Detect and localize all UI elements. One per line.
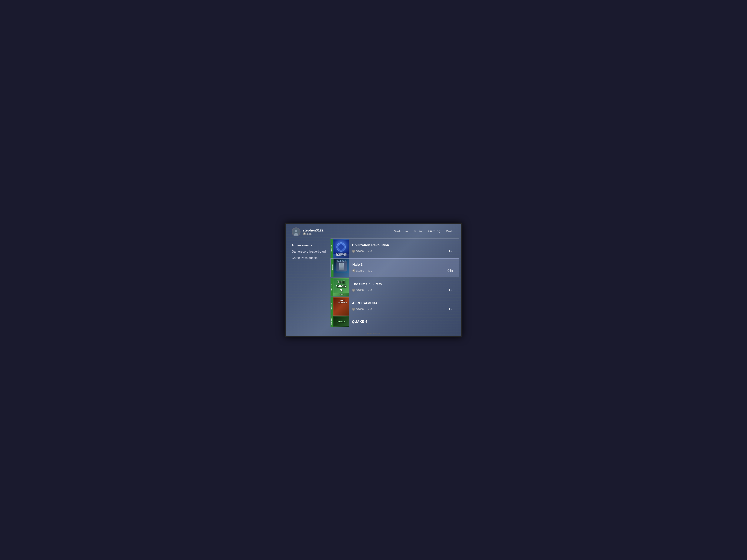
gs-value-afro: 0/1000 xyxy=(356,308,364,311)
username: stephen3122 xyxy=(303,229,324,233)
completion-halo: 0% xyxy=(447,268,456,273)
xbox360-label-sims: XBOX360 xyxy=(331,278,333,296)
xbox360-text-civ: XBOX360 xyxy=(331,245,333,252)
gs-icon-halo: G xyxy=(352,269,355,272)
xbox360-label-halo: XBOX360 xyxy=(331,259,334,277)
tab-gaming[interactable]: Gaming xyxy=(428,230,441,234)
game-stats-halo3: G 0/1750 ⚔ 0 0% xyxy=(352,268,456,273)
game-info-halo3: Halo 3 G 0/1750 ⚔ 0 0% xyxy=(350,259,459,277)
game-cover-civ-rev: XBOX360 CIVILIZATIONREVOLUTION xyxy=(331,239,349,258)
ach-value-halo: 0 xyxy=(371,269,372,272)
ach-stat-sims: ⚔ 0 xyxy=(367,289,372,292)
game-title-afro: AFRO SAMURAI xyxy=(352,301,456,305)
ach-stat-civ: ⚔ 0 xyxy=(367,250,372,253)
completion-afro: 0% xyxy=(448,307,456,311)
cover-title-sims: PETS xyxy=(334,294,349,295)
gamerscore-value: 3280 xyxy=(306,233,312,235)
gs-value-halo: 0/1750 xyxy=(356,269,364,272)
gamerscore-row: G 3280 xyxy=(303,233,324,235)
game-info-civ-rev: Civilization Revolution G 0/1000 ⚔ 0 xyxy=(349,239,459,258)
tab-watch[interactable]: Watch xyxy=(446,230,455,234)
tab-social[interactable]: Social xyxy=(413,230,422,234)
xbox360-label-afro: XBOX360 xyxy=(331,297,333,316)
gs-icon-civ: G xyxy=(352,250,355,253)
gs-stat-civ: G 0/1000 xyxy=(352,250,364,253)
nav-tabs: Welcome Social Gaming Watch xyxy=(394,230,455,234)
game-info-quake4: QUAKE 4 xyxy=(349,316,459,327)
game-cover-afro: XBOX360 AFROSAMURAI xyxy=(331,297,349,316)
gs-icon-sims: G xyxy=(352,289,355,292)
xbox360-text-afro: XBOX360 xyxy=(331,303,333,310)
game-item-afro[interactable]: XBOX360 AFROSAMURAI AFRO SAMURAI G xyxy=(331,297,459,316)
game-title-quake4: QUAKE 4 xyxy=(352,320,456,324)
ach-stat-afro: ⚔ 0 xyxy=(367,308,372,311)
svg-point-1 xyxy=(295,230,298,232)
game-title-sims3: The Sims™ 3 Pets xyxy=(352,282,456,286)
game-info-afro: AFRO SAMURAI G 0/1000 ⚔ 0 0% xyxy=(349,297,459,316)
user-details: stephen3122 G 3280 xyxy=(303,229,324,235)
game-title-civ-rev: Civilization Revolution xyxy=(352,243,456,247)
game-item-quake4[interactable]: XBOX360 QUAKE 4 QUAKE 4 xyxy=(331,316,459,327)
ach-stat-halo: ⚔ 0 xyxy=(368,269,372,272)
xbox360-label-civ: XBOX360 xyxy=(331,239,333,258)
game-list: XBOX360 CIVILIZATIONREVOLUTION Ci xyxy=(331,239,461,336)
sidebar: Achievements Gamerscore leaderboard Game… xyxy=(286,239,331,336)
xbox360-text-halo: XBOX360 xyxy=(332,264,333,271)
sidebar-item-leaderboard[interactable]: Gamerscore leaderboard xyxy=(292,248,327,255)
tv-frame: stephen3122 G 3280 Welcome Social Gaming… xyxy=(285,222,462,338)
trophy-icon-sims: ⚔ xyxy=(367,289,370,292)
sidebar-item-achievements[interactable]: Achievements xyxy=(292,242,327,248)
game-cover-sims3: XBOX360 THESIMS3 PETS xyxy=(331,278,349,296)
cover-title-afro: AFROSAMURAI xyxy=(336,299,348,303)
gs-value-sims: 0/1000 xyxy=(356,289,364,292)
game-stats-civ-rev: G 0/1000 ⚔ 0 0% xyxy=(352,249,456,254)
avatar xyxy=(292,228,301,236)
xbox360-label-quake: XBOX360 xyxy=(331,316,333,327)
game-cover-halo3: XBOX360 HALO 3 xyxy=(331,259,350,277)
game-item-halo3[interactable]: XBOX360 HALO 3 xyxy=(331,258,459,277)
main-content: Achievements Gamerscore leaderboard Game… xyxy=(286,239,461,336)
xbox360-text-sims: XBOX360 xyxy=(331,284,333,291)
gamerscore-g-icon: G xyxy=(303,233,306,235)
cover-title-quake: QUAKE 4 xyxy=(337,321,345,323)
trophy-icon-afro: ⚔ xyxy=(367,308,370,311)
top-bar: stephen3122 G 3280 Welcome Social Gaming… xyxy=(286,224,461,239)
user-info: stephen3122 G 3280 xyxy=(292,228,324,236)
gs-stat-sims: G 0/1000 xyxy=(352,289,364,292)
cover-title-civ: CIVILIZATIONREVOLUTION xyxy=(334,252,349,256)
sidebar-item-game-pass[interactable]: Game Pass quests xyxy=(292,255,327,261)
game-stats-afro: G 0/1000 ⚔ 0 0% xyxy=(352,307,456,311)
ach-value-sims: 0 xyxy=(370,289,372,292)
game-title-halo3: Halo 3 xyxy=(352,263,456,267)
gs-icon-afro: G xyxy=(352,308,355,311)
ach-value-afro: 0 xyxy=(370,308,372,311)
game-item-civ-rev[interactable]: XBOX360 CIVILIZATIONREVOLUTION Ci xyxy=(331,239,459,258)
game-cover-quake4: XBOX360 QUAKE 4 xyxy=(331,316,349,327)
cover-title-halo: HALO 3 xyxy=(334,260,349,263)
game-item-sims3[interactable]: XBOX360 THESIMS3 PETS The Sims™ 3 Pets xyxy=(331,278,459,296)
xbox360-text-quake: XBOX360 xyxy=(331,318,333,325)
completion-civ: 0% xyxy=(448,249,456,254)
game-stats-sims3: G 0/1000 ⚔ 0 0% xyxy=(352,288,456,292)
tab-welcome[interactable]: Welcome xyxy=(394,230,408,234)
gs-stat-afro: G 0/1000 xyxy=(352,308,364,311)
trophy-icon-civ: ⚔ xyxy=(367,250,370,253)
game-info-sims3: The Sims™ 3 Pets G 0/1000 ⚔ 0 xyxy=(349,278,459,296)
completion-sims: 0% xyxy=(448,288,456,292)
gs-stat-halo: G 0/1750 xyxy=(352,269,364,272)
gs-value-civ: 0/1000 xyxy=(356,250,364,253)
trophy-icon-halo: ⚔ xyxy=(368,269,370,272)
ach-value-civ: 0 xyxy=(370,250,372,253)
screen: stephen3122 G 3280 Welcome Social Gaming… xyxy=(286,224,461,336)
